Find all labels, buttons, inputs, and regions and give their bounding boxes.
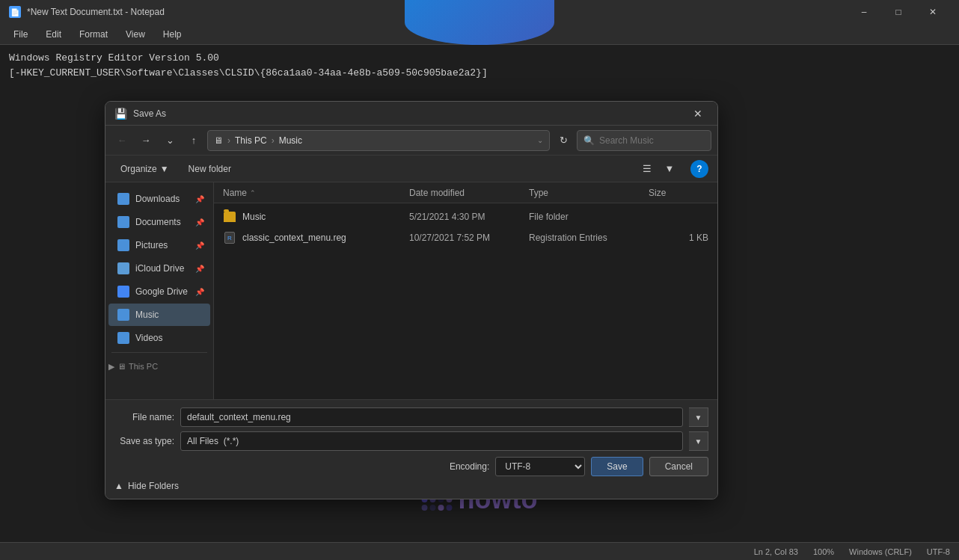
- documents-label: Documents: [135, 217, 181, 227]
- column-date[interactable]: Date modified: [409, 188, 529, 198]
- notepad-icon: 📄: [9, 6, 21, 18]
- downloads-folder-icon: [117, 193, 129, 205]
- dialog-footer: File name: ▼ Save as type: ▼ Encoding: U…: [105, 399, 717, 499]
- sidebar-item-downloads[interactable]: Downloads 📌: [108, 188, 210, 210]
- encoding-status: UTF-8: [927, 547, 950, 556]
- videos-label: Videos: [135, 333, 162, 343]
- save-button[interactable]: Save: [591, 457, 643, 476]
- menu-view[interactable]: View: [118, 26, 153, 43]
- view-dropdown-button[interactable]: ▼: [659, 159, 680, 179]
- this-pc-expand-icon: ▶: [108, 362, 114, 372]
- encoding-select[interactable]: UTF-8 UTF-16 LE UTF-16 BE ANSI: [495, 457, 585, 476]
- reg-file-icon: R: [223, 231, 236, 244]
- file-type-row: Save as type: ▼: [114, 431, 708, 451]
- file-size-reg: 1 KB: [649, 233, 708, 243]
- table-row[interactable]: Music 5/21/2021 4:30 PM File folder: [217, 206, 714, 227]
- menu-edit[interactable]: Edit: [38, 26, 69, 43]
- save-as-type-label: Save as type:: [114, 436, 174, 446]
- address-bar[interactable]: 🖥 › This PC › Music ⌄: [207, 130, 550, 151]
- hide-folders-row[interactable]: ▲ Hide Folders: [114, 476, 708, 491]
- forward-button[interactable]: →: [135, 130, 156, 151]
- sidebar-nav: Downloads 📌 Documents 📌 Pictures 📌 iClou…: [105, 182, 214, 399]
- search-box[interactable]: 🔍: [577, 130, 711, 151]
- search-input[interactable]: [599, 135, 705, 146]
- view-buttons: ☰ ▼: [637, 159, 680, 179]
- search-icon: 🔍: [583, 135, 595, 146]
- dropdown-button[interactable]: ⌄: [159, 130, 180, 151]
- documents-folder-icon: [117, 216, 129, 228]
- dialog-body: Downloads 📌 Documents 📌 Pictures 📌 iClou…: [105, 182, 717, 399]
- sidebar-item-pictures[interactable]: Pictures 📌: [108, 234, 210, 256]
- column-size[interactable]: Size: [649, 188, 708, 198]
- sidebar-item-music[interactable]: Music: [108, 304, 210, 326]
- titlebar-controls: – □ ✕: [847, 0, 950, 24]
- content-line2: [-HKEY_CURRENT_USER\Software\Classes\CLS…: [9, 66, 950, 81]
- dialog-title-icon: 💾: [114, 108, 127, 120]
- column-type[interactable]: Type: [529, 188, 649, 198]
- this-pc-label: This PC: [129, 362, 158, 371]
- save-as-type-input[interactable]: [180, 431, 683, 451]
- sidebar-divider: [111, 352, 207, 353]
- dialog-titlebar: 💾 Save As ✕: [105, 102, 717, 126]
- file-type-music: File folder: [529, 212, 649, 222]
- file-name-input[interactable]: [180, 407, 683, 427]
- file-area: Name ⌃ Date modified Type Size Music 5/2…: [214, 182, 717, 399]
- up-button[interactable]: ↑: [183, 130, 204, 151]
- dialog-close-button[interactable]: ✕: [687, 105, 708, 123]
- close-button[interactable]: ✕: [916, 0, 950, 24]
- file-type-reg: Registration Entries: [529, 233, 649, 243]
- actions-bar: Organize ▼ New folder ☰ ▼ ?: [105, 156, 717, 182]
- dialog-title: Save As: [133, 108, 681, 119]
- table-row[interactable]: R classic_context_menu.reg 10/27/2021 7:…: [217, 227, 714, 248]
- help-button[interactable]: ?: [690, 160, 708, 178]
- address-chevron-icon[interactable]: ⌄: [537, 136, 543, 144]
- icloud-folder-icon: [117, 262, 129, 274]
- maximize-button[interactable]: □: [881, 0, 916, 24]
- sort-arrow-icon: ⌃: [250, 189, 256, 197]
- pictures-folder-icon: [117, 239, 129, 251]
- cancel-button[interactable]: Cancel: [649, 457, 708, 476]
- sidebar-this-pc[interactable]: ▶ 🖥 This PC: [105, 356, 213, 377]
- videos-folder-icon: [117, 332, 129, 344]
- file-list: Music 5/21/2021 4:30 PM File folder R cl…: [214, 203, 717, 399]
- organize-label: Organize: [120, 164, 157, 174]
- menu-file[interactable]: File: [6, 26, 35, 43]
- downloads-label: Downloads: [135, 194, 180, 204]
- file-name-row: File name: ▼: [114, 407, 708, 427]
- gdrive-label: Google Drive: [135, 286, 188, 297]
- back-button[interactable]: ←: [111, 130, 132, 151]
- encoding-row: Encoding: UTF-8 UTF-16 LE UTF-16 BE ANSI…: [114, 451, 708, 476]
- save-as-dialog: 💾 Save As ✕ ← → ⌄ ↑ 🖥 › This PC › Music …: [105, 101, 718, 499]
- sidebar-item-documents[interactable]: Documents 📌: [108, 211, 210, 233]
- documents-pin-icon: 📌: [195, 218, 204, 227]
- file-date-music: 5/21/2021 4:30 PM: [409, 212, 529, 222]
- hide-folders-label: Hide Folders: [128, 481, 179, 491]
- filename-dropdown-button[interactable]: ▼: [689, 407, 708, 427]
- menu-format[interactable]: Format: [72, 26, 115, 43]
- view-list-button[interactable]: ☰: [637, 159, 658, 179]
- address-root-icon: 🖥: [214, 135, 223, 146]
- encoding-label: Encoding:: [450, 461, 489, 472]
- sidebar-item-videos[interactable]: Videos: [108, 327, 210, 349]
- this-pc-icon: 🖥: [117, 362, 126, 371]
- refresh-button[interactable]: ↻: [553, 130, 574, 151]
- address-part-1: This PC: [235, 135, 267, 146]
- icloud-pin-icon: 📌: [195, 265, 204, 273]
- filetype-dropdown-button[interactable]: ▼: [689, 431, 708, 451]
- hide-folders-chevron-icon: ▲: [114, 481, 123, 491]
- pictures-pin-icon: 📌: [195, 241, 204, 250]
- decorative-bg: [405, 0, 554, 45]
- sidebar-item-googledrive[interactable]: Google Drive 📌: [108, 280, 210, 303]
- organize-button[interactable]: Organize ▼: [114, 161, 175, 177]
- menu-help[interactable]: Help: [156, 26, 189, 43]
- music-label: Music: [135, 310, 159, 320]
- gdrive-pin-icon: 📌: [195, 288, 204, 296]
- organize-chevron-icon: ▼: [160, 164, 169, 174]
- downloads-pin-icon: 📌: [195, 195, 204, 203]
- zoom-level: 100%: [813, 547, 834, 556]
- column-name[interactable]: Name ⌃: [223, 188, 409, 198]
- file-date-reg: 10/27/2021 7:52 PM: [409, 233, 529, 243]
- new-folder-button[interactable]: New folder: [181, 161, 239, 177]
- sidebar-item-icloud[interactable]: iCloud Drive 📌: [108, 257, 210, 280]
- minimize-button[interactable]: –: [847, 0, 881, 24]
